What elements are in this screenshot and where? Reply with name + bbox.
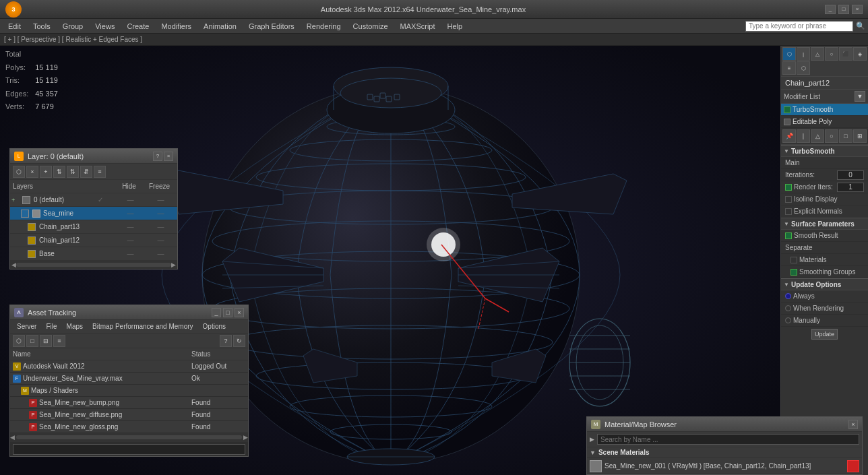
manually-radio[interactable] bbox=[785, 317, 791, 323]
layer-row-default[interactable]: + 0 (default) ✓ — — bbox=[10, 193, 177, 207]
menu-rendering[interactable]: Rendering bbox=[301, 21, 346, 32]
rt-btn-6[interactable]: ◈ bbox=[853, 47, 867, 61]
menu-maxscript[interactable]: MAXScript bbox=[395, 21, 441, 32]
search-btn[interactable]: 🔍 bbox=[856, 22, 865, 30]
menu-views[interactable]: Views bbox=[90, 21, 120, 32]
asset-scrollbar[interactable]: ◀ ▶ bbox=[10, 433, 248, 441]
rt-btn-3[interactable]: △ bbox=[811, 47, 824, 61]
render-iters-checkbox[interactable] bbox=[785, 184, 792, 191]
menu-animation[interactable]: Animation bbox=[198, 21, 242, 32]
asset-row-maps[interactable]: M Maps / Shaders bbox=[10, 385, 248, 397]
layer-row-base[interactable]: Base — — bbox=[10, 247, 177, 261]
layer-row-sea-mine[interactable]: Sea_mine — — bbox=[10, 207, 177, 220]
iterations-input[interactable] bbox=[837, 170, 864, 180]
close-btn[interactable]: × bbox=[852, 5, 863, 14]
asset-status-gloss: Found bbox=[191, 423, 245, 431]
modifier-checkbox-editable-poly[interactable] bbox=[784, 119, 790, 125]
layers-scrollbar[interactable]: ◀ ▶ bbox=[10, 261, 177, 269]
materials-checkbox[interactable] bbox=[790, 257, 797, 263]
always-radio[interactable] bbox=[785, 293, 791, 299]
menu-tools[interactable]: Tools bbox=[28, 21, 56, 32]
menu-group[interactable]: Group bbox=[57, 21, 89, 32]
asset-tb-1[interactable]: ⬡ bbox=[13, 335, 25, 347]
asset-row-file[interactable]: F Underwater_Sea_Mine_vray.max Ok bbox=[10, 373, 248, 385]
smooth-result-checkbox[interactable] bbox=[785, 232, 792, 239]
surface-params-section-header[interactable]: ▼ Surface Parameters bbox=[781, 218, 868, 230]
layers-scroll-track[interactable] bbox=[16, 263, 171, 267]
layers-tb-1[interactable]: ⬡ bbox=[13, 166, 25, 178]
asset-row-bump[interactable]: P Sea_Mine_new_bump.png Found bbox=[10, 397, 248, 409]
mb-scene-materials-header[interactable]: ▼ Scene Materials bbox=[587, 447, 862, 458]
rp-icon-grid[interactable]: ⊞ bbox=[853, 129, 867, 143]
asset-row-vault[interactable]: V Autodesk Vault 2012 Logged Out bbox=[10, 360, 248, 373]
rp-icon-circle[interactable]: ○ bbox=[825, 129, 838, 143]
asset-menu-options[interactable]: Options bbox=[199, 322, 230, 331]
layers-tb-5[interactable]: ⇅ bbox=[67, 166, 79, 178]
asset-name-maps: M Maps / Shaders bbox=[21, 387, 191, 395]
mb-material-row-0[interactable]: Sea_Mine_new_001 ( VRayMtl ) [Base, Chai… bbox=[587, 458, 862, 474]
rt-btn-8[interactable]: ⬡ bbox=[797, 61, 810, 75]
asset-menu-maps[interactable]: Maps bbox=[63, 322, 87, 331]
material-browser-close-btn[interactable]: × bbox=[848, 420, 858, 429]
asset-minimize-btn[interactable]: _ bbox=[212, 308, 221, 317]
asset-maximize-btn[interactable]: □ bbox=[223, 308, 232, 317]
layers-tb-4[interactable]: ⇅ bbox=[53, 166, 65, 178]
maximize-btn[interactable]: □ bbox=[838, 5, 849, 14]
asset-refresh-btn[interactable]: ↻ bbox=[233, 335, 245, 347]
menu-edit[interactable]: Edit bbox=[3, 21, 26, 32]
asset-close-btn[interactable]: × bbox=[235, 308, 244, 317]
smoothing-groups-checkbox[interactable] bbox=[790, 269, 797, 276]
rt-btn-5[interactable]: ⬛ bbox=[839, 47, 852, 61]
asset-scroll-track[interactable] bbox=[16, 435, 242, 439]
asset-menu-server[interactable]: Server bbox=[13, 322, 40, 331]
update-btn[interactable]: Update bbox=[811, 329, 838, 340]
rt-btn-4[interactable]: ○ bbox=[825, 47, 838, 61]
menu-graph-editors[interactable]: Graph Editors bbox=[243, 21, 300, 32]
layers-tb-6[interactable]: ⇵ bbox=[80, 166, 92, 178]
menu-create[interactable]: Create bbox=[121, 21, 154, 32]
modifier-list-dropdown[interactable]: ▼ bbox=[855, 91, 865, 102]
rp-icon-pin[interactable]: 📌 bbox=[782, 129, 796, 143]
asset-help-btn[interactable]: ? bbox=[220, 335, 232, 347]
modifier-row-editable-poly[interactable]: Editable Poly bbox=[781, 116, 868, 128]
turbosmooth-section-header[interactable]: ▼ TurboSmooth bbox=[781, 145, 868, 157]
minimize-btn[interactable]: _ bbox=[825, 5, 836, 14]
render-iters-input[interactable] bbox=[837, 183, 864, 192]
menu-customize[interactable]: Customize bbox=[348, 21, 394, 32]
layers-tb-7[interactable]: ≡ bbox=[94, 166, 106, 178]
layer-row-chain12[interactable]: Chain_part12 — — bbox=[10, 234, 177, 247]
asset-row-diffuse[interactable]: P Sea_Mine_new_diffuse.png Found bbox=[10, 409, 248, 421]
explicit-normals-checkbox[interactable] bbox=[785, 208, 792, 215]
modifier-checkbox-turbosmooth[interactable] bbox=[784, 106, 790, 113]
menu-help[interactable]: Help bbox=[442, 21, 468, 32]
asset-menu-bitmap[interactable]: Bitmap Performance and Memory bbox=[88, 322, 197, 331]
layers-tb-plus[interactable]: + bbox=[40, 166, 52, 178]
rt-btn-7[interactable]: ≡ bbox=[782, 61, 796, 75]
search-bar: 🔍 bbox=[745, 21, 865, 32]
asset-tb-4[interactable]: ≡ bbox=[53, 335, 65, 347]
asset-path-input[interactable] bbox=[13, 444, 245, 455]
rt-btn-1[interactable]: ⬡ bbox=[782, 47, 796, 61]
search-input[interactable] bbox=[745, 21, 853, 32]
asset-tb-3[interactable]: ⊟ bbox=[40, 335, 52, 347]
menu-modifiers[interactable]: Modifiers bbox=[156, 21, 197, 32]
asset-menu-file[interactable]: File bbox=[42, 322, 61, 331]
asset-row-gloss[interactable]: P Sea_Mine_new_gloss.png Found bbox=[10, 421, 248, 433]
surface-params-title: Surface Parameters bbox=[791, 220, 855, 228]
layer-row-chain13[interactable]: Chain_part13 — — bbox=[10, 220, 177, 234]
rp-icon-v[interactable]: | bbox=[797, 129, 810, 143]
rt-btn-2[interactable]: | bbox=[797, 47, 810, 61]
modifier-row-turbosmooth[interactable]: TurboSmooth bbox=[781, 104, 868, 116]
explicit-normals-label: Explicit Normals bbox=[794, 208, 864, 215]
rp-icon-square[interactable]: □ bbox=[839, 129, 852, 143]
mb-search-input[interactable] bbox=[597, 434, 859, 445]
layers-help-btn[interactable]: ? bbox=[153, 152, 162, 161]
layers-close-btn[interactable]: × bbox=[164, 152, 173, 161]
update-options-section-header[interactable]: ▼ Update Options bbox=[781, 278, 868, 290]
asset-tb-2[interactable]: □ bbox=[26, 335, 38, 347]
isoline-checkbox[interactable] bbox=[785, 196, 792, 203]
always-row: Always bbox=[781, 290, 868, 303]
rp-icon-triangle[interactable]: △ bbox=[811, 129, 824, 143]
layers-tb-x[interactable]: × bbox=[26, 166, 38, 178]
when-rendering-radio[interactable] bbox=[785, 305, 791, 311]
